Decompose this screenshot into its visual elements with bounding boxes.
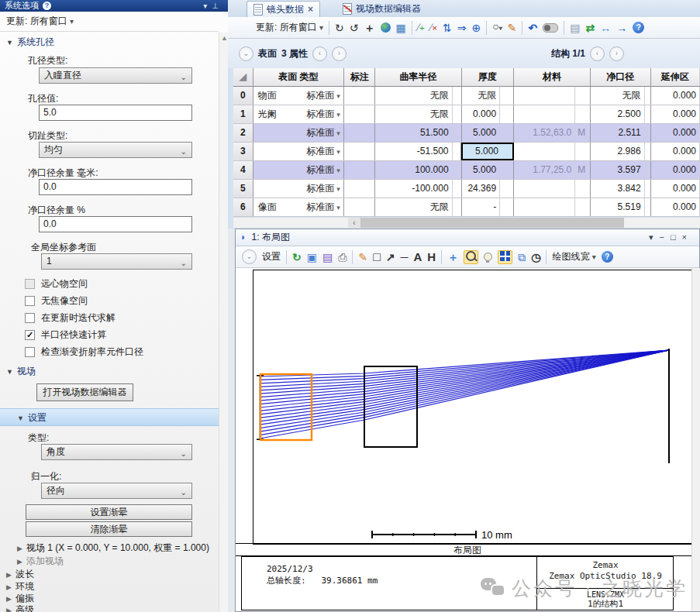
panel-update-control[interactable]: 更新: 所有窗口 ▾ <box>6 15 74 28</box>
table-row-highlighted[interactable]: 2 标准面▾ 51.500 5.000 1.52,63.0M 2.511 0.0… <box>233 124 700 143</box>
lamp-icon[interactable] <box>484 253 492 261</box>
close-icon[interactable]: × <box>682 232 693 242</box>
save-icon[interactable]: ▤ <box>322 251 333 263</box>
col-radius[interactable]: 曲率半径 <box>375 68 461 86</box>
surface-type-dropdown[interactable]: 标准面▾ <box>306 180 340 198</box>
global-reference-select[interactable]: 1⌄ <box>41 253 192 270</box>
coordinate-return-icon[interactable]: ▦ <box>396 22 406 34</box>
surface-type-dropdown[interactable]: 标准面▾ <box>306 161 340 179</box>
minimize-icon[interactable]: − <box>659 232 670 242</box>
help-icon[interactable]: ? <box>633 22 644 33</box>
scroll-up-icon[interactable]: ▲ <box>221 34 228 42</box>
table-row[interactable]: 6 像面标准面▾ 无限 - 5.519 0.000 <box>233 198 700 217</box>
prev-surface-icon[interactable]: ‹ <box>312 46 327 61</box>
surface-type-dropdown[interactable]: 标准面▾ <box>306 198 340 216</box>
table-row[interactable]: 1 光阑标准面▾ 无限 0.000 2.500 0.000 <box>233 105 700 124</box>
table-row-active[interactable]: 3 标准面▾ -51.500 5.000 2.986 0.000 <box>233 143 700 161</box>
apodization-select[interactable]: 均匀⌄ <box>39 142 192 158</box>
col-extend[interactable]: 延伸区 <box>651 68 700 86</box>
section-settings[interactable]: ▼设置 <box>17 411 47 425</box>
checkbox-telecentric-object[interactable]: 远心物空间 <box>25 277 88 291</box>
maximize-icon[interactable]: □ <box>671 232 682 242</box>
tab-lens-data[interactable]: 镜头数据 × <box>247 1 320 17</box>
help-icon[interactable]: ? <box>43 2 51 10</box>
set-vignetting-button[interactable]: 设置渐晕 <box>26 504 192 520</box>
section-fields[interactable]: ▼视场 <box>6 365 36 378</box>
margin-pct-input[interactable]: 0.0 <box>39 216 192 232</box>
next-surface-icon[interactable]: › <box>332 46 347 61</box>
forward-icon[interactable]: → <box>616 22 627 34</box>
clear-vignetting-button[interactable]: 清除渐晕 <box>26 521 192 537</box>
field-type-select[interactable]: 角度⌄ <box>41 444 192 460</box>
tree-item-add-field[interactable]: ▶添加视场 <box>17 555 64 568</box>
tab-close-icon[interactable]: × <box>308 4 313 15</box>
swap-surfaces-icon[interactable]: ⇅ <box>443 22 452 34</box>
scrollbar-thumb[interactable] <box>360 218 624 228</box>
prev-config-icon[interactable]: ‹ <box>590 46 605 61</box>
toggle-icon[interactable] <box>543 23 558 33</box>
checkbox-check-grin-aperture[interactable]: 检查渐变折射率元件口径 <box>25 346 143 359</box>
line-width-dropdown[interactable]: 绘图线宽 ▾ <box>552 250 595 263</box>
layout-titlebar[interactable]: ◗ 1: 布局图 ▾−□× <box>236 229 699 246</box>
tab-field-data-editor[interactable]: 视场数据编辑器 <box>336 1 427 17</box>
settings-button[interactable]: 设置 <box>262 250 281 263</box>
surface-type-dropdown[interactable]: 标准面▾ <box>306 87 340 105</box>
line-tool-icon[interactable]: ─ <box>401 251 409 263</box>
col-comment[interactable]: 标注 <box>344 68 376 86</box>
checkbox-afocal-image[interactable]: 无焦像空间 <box>25 294 88 308</box>
corner-cell[interactable]: ◢ <box>233 68 253 86</box>
checkbox-fast-semi-diameter[interactable]: ✓半口径快速计算 <box>25 328 106 342</box>
pencil-annotate-icon[interactable]: ✎ <box>358 251 367 263</box>
expand-settings-icon[interactable]: ⌄ <box>242 249 257 264</box>
goto-surface-icon[interactable]: ⇒ <box>457 22 467 34</box>
surface-type-dropdown[interactable]: 标准面▾ <box>306 124 340 142</box>
next-config-icon[interactable]: › <box>609 46 624 61</box>
print-icon[interactable]: ⎙ <box>338 251 347 263</box>
panel-titlebar[interactable]: 系统选项? ▾⊥ <box>0 0 228 12</box>
normalization-select[interactable]: 径向⌄ <box>41 483 192 499</box>
notes-icon[interactable]: ▤ <box>570 22 580 34</box>
table-row[interactable]: 5 标准面▾ -100.000 24.369 3.842 0.000 <box>233 180 700 198</box>
coating-brush-icon[interactable]: ✎ <box>508 22 517 34</box>
col-material[interactable]: 材料 <box>514 68 591 86</box>
expand-properties-icon[interactable]: ⌄ <box>239 46 253 61</box>
rectangle-tool-icon[interactable]: □ <box>373 251 381 263</box>
move-icon[interactable]: ＋ <box>364 22 375 34</box>
layout-vertical-scrollbar[interactable] <box>691 268 700 611</box>
window-menu-icon[interactable]: ▾ <box>649 232 660 242</box>
update-control[interactable]: 更新: 所有窗口 ▾ <box>256 21 323 34</box>
tree-item-field-1[interactable]: ▶视场 1 (X = 0.000, Y = 10.000, 权重 = 1.000… <box>17 542 209 555</box>
resize-icon[interactable]: ↔ <box>600 22 611 34</box>
section-advanced[interactable]: ▶高级 <box>6 603 34 612</box>
undo-icon[interactable]: ↶ <box>528 22 537 34</box>
pan-icon[interactable]: ＋ <box>447 251 458 263</box>
table-row-highlighted[interactable]: 4 标准面▾ 100.000 5.000 1.77,25.0M 3.597 0.… <box>233 161 700 180</box>
rotate-all-icon[interactable]: ↺ <box>350 22 359 34</box>
layout-plot[interactable]: 10 mm <box>253 270 692 545</box>
col-thickness[interactable]: 厚度 <box>462 68 514 86</box>
table-row[interactable]: 0 物面标准面▾ 无限 无限 无限 0.000 <box>233 87 700 105</box>
aperture-value-input[interactable]: 5.0 <box>39 105 192 121</box>
aperture-icon[interactable]: ⊕ <box>472 22 481 34</box>
panel-dropdown-icon[interactable]: ▾ <box>203 2 212 10</box>
panel-pin-icon[interactable]: ⊥ <box>212 2 223 10</box>
measure-tool-icon[interactable]: H <box>427 251 436 263</box>
help-icon[interactable]: ? <box>602 251 613 263</box>
clock-icon[interactable]: ◷ <box>531 251 540 263</box>
col-clear-aperture[interactable]: 净口径 <box>591 68 650 86</box>
global-coordinates-icon[interactable] <box>381 22 391 33</box>
refresh-icon[interactable]: ↻ <box>292 251 302 263</box>
surface-type-dropdown[interactable]: 标准面▾ <box>306 105 340 123</box>
surface-type-dropdown[interactable]: 标准面▾ <box>306 143 340 160</box>
section-wavelength[interactable]: ▶波长 <box>6 568 34 581</box>
zoom-tool-active[interactable] <box>464 250 478 264</box>
rotate-surface-icon[interactable]: ↻ <box>335 22 344 34</box>
open-field-editor-button[interactable]: 打开视场数据编辑器 <box>36 383 133 401</box>
insert-surface-icon[interactable]: ∕+ <box>418 21 425 34</box>
col-surface-type[interactable]: 表面 类型 <box>253 68 344 86</box>
checkbox-iterate-on-update[interactable]: 在更新时迭代求解 <box>25 311 116 325</box>
aperture-type-select[interactable]: 入瞳直径⌄ <box>39 67 192 84</box>
scroll-left-icon[interactable]: ‹ <box>348 218 360 228</box>
delete-surface-icon[interactable]: ∕× <box>430 21 437 34</box>
copy-icon[interactable]: ▣ <box>307 251 317 263</box>
